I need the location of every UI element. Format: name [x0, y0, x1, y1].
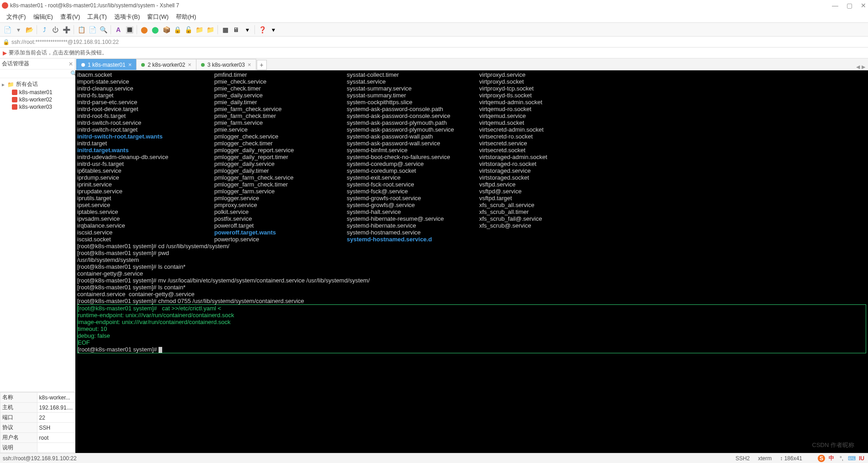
- tab-master01[interactable]: 1 k8s-master01×: [76, 59, 137, 70]
- help-icon[interactable]: ❓: [258, 25, 267, 34]
- status-dot-icon: [141, 63, 145, 67]
- sidebar-item-worker02[interactable]: k8s-worker02: [19, 96, 52, 103]
- addressbar: 🔒 ssh://root:***************@192.168.91.…: [0, 37, 868, 48]
- connect-icon[interactable]: ➕: [62, 25, 71, 34]
- unlock-icon[interactable]: 🔓: [184, 25, 193, 34]
- sidebar-title: 会话管理器: [2, 60, 29, 68]
- tab-label: 2 k8s-worker02: [148, 62, 185, 68]
- tab-worker03[interactable]: 3 k8s-worker03×: [196, 59, 256, 70]
- folder-icon: 📁: [7, 81, 14, 88]
- prop-key: 用户名: [0, 433, 37, 443]
- tab-label: 1 k8s-master01: [88, 62, 126, 68]
- status-left: ssh://root@192.168.91.100:22: [3, 455, 77, 462]
- iu-icon[interactable]: IU: [858, 455, 865, 462]
- prop-val: 192.168.91....: [37, 403, 74, 413]
- session-icon: [12, 104, 17, 110]
- minimize-icon[interactable]: —: [832, 2, 838, 9]
- prop-val: SSH: [37, 423, 74, 433]
- session-tree[interactable]: 📁所有会话 k8s-master01 k8s-worker02 k8s-work…: [0, 78, 75, 392]
- menu-tabs[interactable]: 选项卡(B): [111, 12, 143, 22]
- tool3-icon[interactable]: 📦: [162, 25, 171, 34]
- dropdown-icon[interactable]: ▾: [14, 25, 23, 34]
- address-text[interactable]: ssh://root:***************@192.168.91.10…: [11, 39, 119, 45]
- tabs-next-icon[interactable]: ▶: [862, 64, 865, 70]
- system-tray: S 中 °, ⌨ IU: [818, 455, 865, 462]
- tool2-icon[interactable]: ⬤: [151, 25, 160, 34]
- menu-window[interactable]: 窗口(W): [144, 12, 171, 22]
- copy-icon[interactable]: 📋: [77, 25, 86, 34]
- keyboard-icon[interactable]: ⌨: [848, 455, 855, 462]
- terminal-tabs: 1 k8s-master01× 2 k8s-worker02× 3 k8s-wo…: [75, 59, 868, 70]
- tab-label: 3 k8s-worker03: [207, 62, 245, 68]
- tab-close-icon[interactable]: ×: [188, 61, 191, 68]
- help-dropdown-icon[interactable]: ▾: [269, 25, 278, 34]
- menu-file[interactable]: 文件(F): [4, 12, 29, 22]
- folder-icon[interactable]: 📁: [195, 25, 204, 34]
- session-icon: [12, 97, 17, 102]
- maximize-icon[interactable]: ▢: [847, 2, 852, 9]
- menubar: 文件(F) 编辑(E) 查看(V) 工具(T) 选项卡(B) 窗口(W) 帮助(…: [0, 11, 868, 23]
- prop-key: 端口: [0, 413, 37, 423]
- window-title: k8s-master01 - root@k8s-master01:/usr/li…: [10, 2, 179, 9]
- sidebar-search-input[interactable]: [2, 70, 70, 77]
- close-icon[interactable]: ✕: [861, 2, 866, 9]
- prop-val: 22: [37, 413, 74, 423]
- status-term: xterm: [758, 455, 772, 462]
- app-icon: [2, 2, 8, 9]
- infobar: ▶ 要添加当前会话，点击左侧的箭头按钮。: [0, 48, 868, 59]
- titlebar: k8s-master01 - root@k8s-master01:/usr/li…: [0, 0, 868, 11]
- menu-view[interactable]: 查看(V): [58, 12, 83, 22]
- tree-root[interactable]: 所有会话: [16, 80, 38, 88]
- sogou-icon[interactable]: S: [818, 455, 825, 462]
- tab-add-button[interactable]: +: [257, 60, 267, 70]
- lock-icon[interactable]: 🔒: [173, 25, 182, 34]
- more-icon[interactable]: ▾: [243, 25, 252, 34]
- sidebar-item-worker03[interactable]: k8s-worker03: [19, 104, 52, 110]
- tab-worker02[interactable]: 2 k8s-worker02×: [136, 59, 196, 70]
- sidebar-item-master01[interactable]: k8s-master01: [19, 89, 53, 96]
- new-session-icon[interactable]: 📄: [3, 25, 12, 34]
- menu-help[interactable]: 帮助(H): [173, 12, 199, 22]
- statusbar: ssh://root@192.168.91.100:22 SSH2 xterm …: [0, 453, 868, 463]
- lock-small-icon: 🔒: [3, 39, 10, 45]
- disconnect-icon[interactable]: ⏻: [51, 25, 60, 34]
- tab-close-icon[interactable]: ×: [248, 61, 251, 68]
- tab-close-icon[interactable]: ×: [128, 61, 132, 68]
- sidebar: 会话管理器 ✕ 🔍 📁所有会话 k8s-master01 k8s-worker0…: [0, 59, 75, 453]
- terminal[interactable]: ibacm.socketimport-state.serviceinitrd-c…: [75, 70, 868, 453]
- session-icon: [12, 90, 17, 95]
- prop-key: 说明: [0, 443, 37, 453]
- prop-key: 主机: [0, 403, 37, 413]
- status-dot-icon: [81, 63, 85, 67]
- size-icon: ↕: [780, 455, 783, 462]
- menu-edit[interactable]: 编辑(E): [31, 12, 56, 22]
- color-icon[interactable]: 🔳: [125, 25, 134, 34]
- prop-val: [37, 443, 74, 453]
- status-ssh: SSH2: [736, 455, 750, 462]
- grid-icon[interactable]: ▦: [221, 25, 230, 34]
- monitor-icon[interactable]: 🖥: [232, 25, 241, 34]
- status-size: 186x41: [784, 455, 802, 462]
- ime-icon[interactable]: 中: [828, 455, 835, 462]
- tool1-icon[interactable]: ⬤: [140, 25, 149, 34]
- prop-val: root: [37, 433, 74, 443]
- folders-icon[interactable]: 📁: [206, 25, 215, 34]
- prop-val: k8s-worker...: [37, 393, 74, 403]
- paste-icon[interactable]: 📄: [88, 25, 97, 34]
- open-icon[interactable]: 📂: [25, 25, 34, 34]
- punct-icon[interactable]: °,: [838, 455, 845, 462]
- toolbar: 📄 ▾ 📂 ⤴ ⏻ ➕ 📋 📄 🔍 A 🔳 ⬤ ⬤ 📦 🔒 🔓 📁 📁 ▦ 🖥 …: [0, 23, 868, 37]
- menu-tools[interactable]: 工具(T): [85, 12, 110, 22]
- status-dot-icon: [201, 63, 205, 67]
- prop-key: 名称: [0, 393, 37, 403]
- prop-key: 协议: [0, 423, 37, 433]
- session-properties: 名称k8s-worker...主机192.168.91....端口22协议SSH…: [0, 392, 75, 453]
- font-icon[interactable]: A: [114, 25, 123, 34]
- sidebar-close-icon[interactable]: ✕: [69, 61, 73, 67]
- infobar-text: 要添加当前会话，点击左侧的箭头按钮。: [9, 49, 107, 57]
- reconnect-icon[interactable]: ⤴: [40, 25, 49, 34]
- flag-icon: ▶: [3, 50, 7, 56]
- tabs-prev-icon[interactable]: ◀: [856, 64, 860, 70]
- find-icon[interactable]: 🔍: [99, 25, 108, 34]
